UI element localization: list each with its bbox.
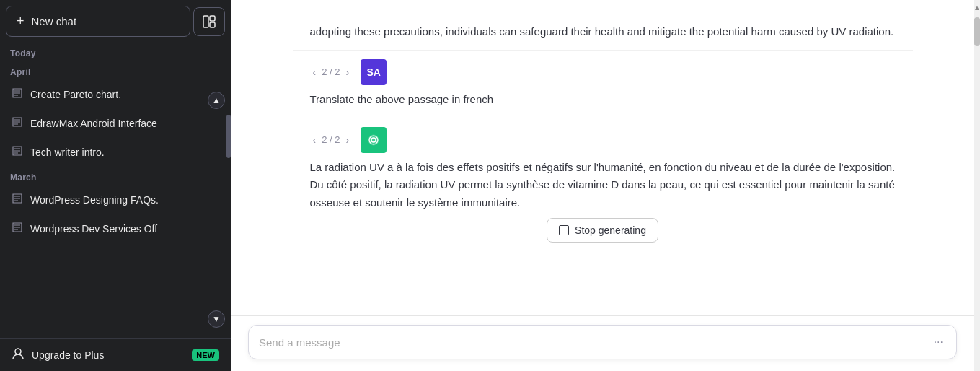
- scroll-down-button[interactable]: ▼: [208, 310, 225, 328]
- user-message-text: Translate the above passage in french: [310, 91, 896, 109]
- prev-ai-text: adopting these precautions, individuals …: [310, 23, 896, 41]
- svg-rect-0: [203, 16, 208, 27]
- chat-label-edrawmax: EdrawMax Android Interface: [30, 118, 219, 129]
- new-badge: NEW: [192, 349, 219, 361]
- chat-icon-3: [12, 145, 23, 160]
- ai-nav-controls: ‹ 2 / 2 ›: [310, 133, 353, 147]
- user-nav-controls: ‹ 2 / 2 ›: [310, 65, 353, 79]
- chat-icon-4: [12, 193, 23, 207]
- user-avatar: SA: [361, 59, 387, 85]
- prev-ai-message-row: adopting these precautions, individuals …: [293, 14, 913, 50]
- chat-icon-2: [12, 116, 23, 131]
- chat-label-tech-writer: Tech writer intro.: [30, 147, 219, 158]
- input-box: ···: [248, 325, 957, 359]
- ai-next-button[interactable]: ›: [343, 133, 352, 147]
- upgrade-to-plus-button[interactable]: Upgrade to Plus NEW: [0, 338, 231, 371]
- input-area: ···: [231, 315, 974, 371]
- user-next-button[interactable]: ›: [343, 65, 352, 79]
- main-chat-area: adopting these precautions, individuals …: [231, 0, 974, 371]
- scroll-up-button[interactable]: ▲: [208, 92, 225, 109]
- sidebar: + New chat ▲ Today April Create Pareto c…: [0, 0, 231, 371]
- openai-logo: [366, 133, 381, 147]
- chat-icon: [12, 87, 23, 102]
- plus-icon: +: [17, 14, 25, 29]
- chat-icon-5: [12, 222, 23, 236]
- chat-label-create-pareto: Create Pareto chart.: [30, 89, 219, 100]
- user-message-header: ‹ 2 / 2 › SA: [310, 59, 896, 85]
- window-scrollbar[interactable]: ▲: [974, 0, 980, 371]
- user-message-row: ‹ 2 / 2 › SA Translate the above passage…: [293, 50, 913, 118]
- svg-rect-2: [210, 22, 215, 27]
- ai-message-header: ‹ 2 / 2 ›: [310, 127, 896, 153]
- ai-message-text: La radiation UV a à la fois des effets p…: [310, 159, 896, 212]
- ai-prev-button[interactable]: ‹: [310, 133, 319, 147]
- chat-label-wordpress-faq: WordPress Designing FAQs.: [30, 194, 219, 206]
- chat-item-create-pareto[interactable]: Create Pareto chart.: [6, 80, 225, 109]
- svg-point-3: [15, 349, 21, 354]
- more-options-button[interactable]: ···: [931, 333, 946, 352]
- today-section-label: Today: [6, 43, 225, 61]
- chat-item-edrawmax[interactable]: EdrawMax Android Interface: [6, 109, 225, 138]
- stop-btn-container: Stop generating: [310, 218, 896, 243]
- chat-item-wordpress-faq[interactable]: WordPress Designing FAQs.: [6, 186, 225, 214]
- new-chat-label: New chat: [32, 15, 77, 27]
- layout-toggle-button[interactable]: [193, 7, 225, 36]
- user-nav-counter: 2 / 2: [322, 66, 340, 77]
- chat-item-wordpress-dev[interactable]: Wordpress Dev Services Off: [6, 214, 225, 243]
- svg-rect-1: [210, 16, 215, 21]
- chat-label-wordpress-dev: Wordpress Dev Services Off: [30, 223, 219, 235]
- person-icon: [12, 347, 25, 362]
- ai-avatar: [361, 127, 387, 153]
- scrollbar-thumb[interactable]: [974, 17, 980, 46]
- new-chat-button[interactable]: + New chat: [6, 6, 190, 37]
- upgrade-label: Upgrade to Plus: [32, 349, 104, 361]
- sidebar-scroll: ▲ Today April Create Pareto chart. Edraw…: [0, 43, 231, 338]
- stop-generating-button[interactable]: Stop generating: [547, 218, 658, 243]
- chat-item-tech-writer[interactable]: Tech writer intro.: [6, 138, 225, 167]
- input-actions: ···: [931, 333, 946, 352]
- user-prev-button[interactable]: ‹: [310, 65, 319, 79]
- layout-icon: [203, 15, 216, 28]
- stop-generating-label: Stop generating: [575, 224, 646, 236]
- ai-message-row: ‹ 2 / 2 › La radiation UV a à la fois de…: [293, 118, 913, 257]
- sidebar-header: + New chat: [0, 0, 231, 43]
- scroll-up-arrow[interactable]: ▲: [974, 0, 980, 14]
- chat-scroll[interactable]: adopting these precautions, individuals …: [231, 0, 974, 315]
- april-section-label: April: [6, 61, 225, 80]
- more-dots-icon: ···: [934, 336, 943, 348]
- march-section-label: March: [6, 167, 225, 186]
- stop-icon: [559, 225, 569, 235]
- message-input[interactable]: [259, 333, 931, 351]
- ai-nav-counter: 2 / 2: [322, 134, 340, 145]
